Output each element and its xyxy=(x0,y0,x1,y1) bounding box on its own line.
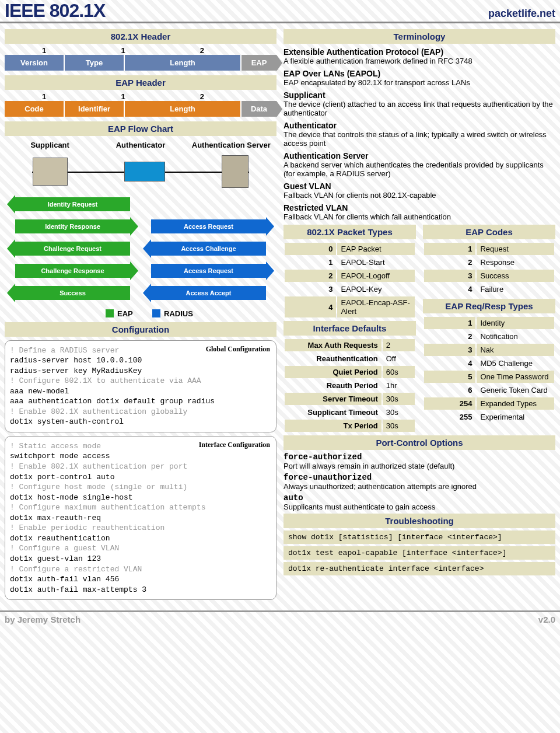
page-header: IEEE 802.1X packetlife.net xyxy=(0,0,560,23)
packet-types-table: 0EAP Packet1EAPOL-Start2EAPOL-Logoff3EAP… xyxy=(284,242,416,319)
section-packet-types: 802.1X Packet Types xyxy=(284,225,416,239)
label-authserver: Authentication Server xyxy=(186,141,276,149)
portcontrol-list: force-authorizedPort will always remain … xyxy=(284,452,555,511)
flow-arrow: Challenge Response xyxy=(15,264,130,278)
global-config-label: Global Configuration xyxy=(206,344,270,354)
flow-arrow: Identity Response xyxy=(15,219,130,233)
section-8021x-header: 802.1X Header xyxy=(5,29,276,44)
8021x-fields: VersionTypeLengthEAP xyxy=(5,55,276,71)
footer-author: by Jeremy Stretch xyxy=(5,615,80,624)
eap-bytes: 112 xyxy=(5,92,276,101)
terminology-list: Extensible Authentication Protocol (EAP)… xyxy=(284,47,555,221)
label-supplicant: Supplicant xyxy=(5,141,95,149)
section-interface-defaults: Interface Defaults xyxy=(284,321,416,336)
flow-arrow: Access Request xyxy=(151,264,266,278)
eap-fields: CodeIdentifierLengthData xyxy=(5,101,276,117)
label-authenticator: Authenticator xyxy=(95,141,186,149)
flow-legend: EAP RADIUS xyxy=(5,308,276,317)
legend-swatch-eap xyxy=(106,309,114,317)
troubleshooting-commands: show dot1x [statistics] [interface <inte… xyxy=(284,530,555,575)
flow-arrow: Challenge Request xyxy=(15,242,130,256)
flow-arrows: Identity RequestIdentity ResponseAccess … xyxy=(5,197,276,300)
page-footer: by Jeremy Stretch v2.0 xyxy=(0,610,560,627)
section-troubleshooting: Troubleshooting xyxy=(284,514,555,528)
site-name: packetlife.net xyxy=(488,8,555,20)
interface-config-label: Interface Configuration xyxy=(199,440,270,449)
flow-arrow: Access Request xyxy=(151,219,266,233)
flow-labels: Supplicant Authenticator Authentication … xyxy=(5,141,276,149)
flow-arrow: Access Challenge xyxy=(151,242,266,256)
legend-swatch-radius xyxy=(152,309,160,317)
interface-config-box: Interface Configuration ! Static access … xyxy=(5,436,276,600)
supplicant-icon xyxy=(33,158,68,186)
left-column: 802.1X Header 112 VersionTypeLengthEAP E… xyxy=(5,27,276,603)
section-reqresp-types: EAP Req/Resp Types xyxy=(423,299,555,313)
section-eap-header: EAP Header xyxy=(5,75,276,90)
8021x-bytes: 112 xyxy=(5,46,276,55)
global-config-box: Global Configuration ! Define a RADIUS s… xyxy=(5,340,276,432)
flow-arrow: Access Accept xyxy=(151,286,266,300)
device-diagram xyxy=(5,154,276,189)
switch-icon xyxy=(124,162,165,181)
reqresp-types-table: 1Identity2Notification3Nak4MD5 Challenge… xyxy=(423,316,555,424)
footer-version: v2.0 xyxy=(538,615,555,624)
right-column: Terminology Extensible Authentication Pr… xyxy=(284,27,555,603)
flow-arrow: Identity Request xyxy=(15,197,130,211)
page-title: IEEE 802.1X xyxy=(5,0,105,22)
section-portcontrol: Port-Control Options xyxy=(284,435,555,450)
section-eap-codes: EAP Codes xyxy=(423,225,555,239)
server-icon xyxy=(222,155,249,188)
eap-codes-table: 1Request2Response3Success4Failure xyxy=(423,242,555,296)
section-configuration: Configuration xyxy=(5,322,276,337)
interface-defaults-table: Max Auth Requests2ReauthenticationOffQui… xyxy=(284,338,416,433)
section-terminology: Terminology xyxy=(284,29,555,44)
section-flowchart: EAP Flow Chart xyxy=(5,121,276,136)
flow-arrow: Success xyxy=(15,286,130,300)
